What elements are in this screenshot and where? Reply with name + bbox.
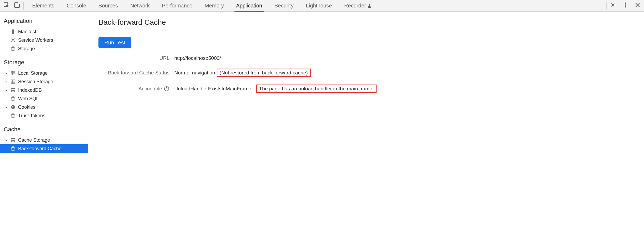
section-header-application: Application <box>0 14 88 27</box>
svg-rect-11 <box>11 71 15 75</box>
main-area: Application ▸ Manifest ▸ Service Workers… <box>0 12 644 252</box>
close-icon[interactable] <box>634 2 641 10</box>
tab-recorder[interactable]: Recorder <box>342 0 373 12</box>
svg-point-24 <box>13 107 13 108</box>
tree-item-cache-storage[interactable]: ▸ Cache Storage <box>0 136 88 144</box>
tab-memory[interactable]: Memory <box>203 0 225 12</box>
db-icon <box>10 146 16 152</box>
svg-point-4 <box>625 3 626 4</box>
svg-point-5 <box>625 5 626 6</box>
expand-icon[interactable]: ▸ <box>5 88 8 92</box>
sidebar: Application ▸ Manifest ▸ Service Workers… <box>0 12 88 252</box>
actionable-highlight: The page has an unload handler in the ma… <box>256 85 377 93</box>
row-status: Back-forward Cache Status Normal navigat… <box>98 69 644 77</box>
expand-icon[interactable]: ▸ <box>5 80 8 83</box>
svg-point-20 <box>11 96 15 98</box>
tree-item-web-sql[interactable]: ▸ Web SQL <box>0 94 88 103</box>
expand-icon[interactable]: ▸ <box>5 138 8 142</box>
status-highlight: (Not restored from back-forward cache) <box>217 69 311 77</box>
tab-application[interactable]: Application <box>234 0 264 12</box>
svg-point-25 <box>11 114 15 115</box>
run-test-button[interactable]: Run Test <box>98 37 131 48</box>
svg-point-21 <box>11 105 15 109</box>
row-actionable: Actionable UnloadHandlerExistsInMainFram… <box>98 85 644 93</box>
tree-item-trust-tokens[interactable]: ▸ Trust Tokens <box>0 111 88 120</box>
svg-point-27 <box>11 146 15 148</box>
devtools-toolbar: Elements Console Sources Network Perform… <box>0 0 644 12</box>
expand-icon[interactable]: ▸ <box>5 71 8 75</box>
toolbar-left-icons <box>3 2 24 10</box>
value-actionable: UnloadHandlerExistsInMainFrame <box>174 86 251 92</box>
tab-sources[interactable]: Sources <box>97 0 119 12</box>
tab-network[interactable]: Network <box>129 0 151 12</box>
tab-elements[interactable]: Elements <box>31 0 56 12</box>
svg-point-9 <box>12 39 14 41</box>
expand-icon[interactable]: ▸ <box>5 105 8 109</box>
tree-item-storage[interactable]: ▸ Storage <box>0 44 88 53</box>
db-icon <box>10 46 16 52</box>
more-icon[interactable] <box>622 2 629 10</box>
tree-item-back-forward-cache[interactable]: ▸ Back-forward Cache <box>0 144 88 153</box>
tab-security[interactable]: Security <box>273 0 295 12</box>
tree-item-indexeddb[interactable]: ▸ IndexedDB <box>0 86 88 94</box>
device-toggle-icon[interactable] <box>14 2 20 10</box>
page-title: Back-forward Cache <box>88 16 644 31</box>
svg-point-3 <box>612 4 614 6</box>
svg-point-23 <box>13 107 14 107</box>
file-icon <box>10 29 16 35</box>
label-status: Back-forward Cache Status <box>98 70 174 76</box>
help-icon[interactable] <box>164 86 170 92</box>
grid-icon <box>10 70 16 76</box>
db-icon <box>10 113 16 119</box>
tab-lighthouse[interactable]: Lighthouse <box>304 0 333 12</box>
label-url: URL <box>98 55 174 61</box>
db-icon <box>10 87 16 93</box>
tree-item-local-storage[interactable]: ▸ Local Storage <box>0 69 88 77</box>
svg-rect-15 <box>11 80 15 83</box>
tree-item-session-storage[interactable]: ▸ Session Storage <box>0 77 88 86</box>
label-actionable: Actionable <box>138 86 162 92</box>
svg-point-26 <box>11 138 15 139</box>
section-header-cache: Cache <box>0 122 88 136</box>
row-url: URL http://localhost:5000/ <box>98 55 644 61</box>
db-icon <box>10 137 16 143</box>
section-header-storage: Storage <box>0 55 88 69</box>
svg-point-19 <box>11 88 15 89</box>
tab-performance[interactable]: Performance <box>160 0 194 12</box>
tree-item-manifest[interactable]: ▸ Manifest <box>0 27 88 36</box>
value-url: http://localhost:5000/ <box>174 55 221 61</box>
bfcache-details: URL http://localhost:5000/ Back-forward … <box>98 55 644 93</box>
db-icon <box>10 96 16 102</box>
svg-point-6 <box>625 6 626 7</box>
flask-icon <box>367 3 372 8</box>
inspect-icon[interactable] <box>3 2 10 10</box>
value-status: Normal navigation <box>174 70 215 76</box>
content-panel: Back-forward Cache Run Test URL http://l… <box>88 12 644 252</box>
toolbar-right <box>606 2 641 10</box>
svg-point-10 <box>11 47 15 48</box>
grid-icon <box>10 79 16 85</box>
tree-item-service-workers[interactable]: ▸ Service Workers <box>0 36 88 44</box>
gear-icon <box>10 37 16 43</box>
tab-console[interactable]: Console <box>65 0 88 12</box>
tree-item-cookies[interactable]: ▸ Cookies <box>0 103 88 111</box>
svg-rect-2 <box>17 4 19 7</box>
settings-icon[interactable] <box>610 2 616 10</box>
toolbar-tabs: Elements Console Sources Network Perform… <box>31 0 373 12</box>
svg-point-22 <box>12 106 13 107</box>
svg-point-29 <box>166 90 167 90</box>
cookie-icon <box>10 104 16 110</box>
